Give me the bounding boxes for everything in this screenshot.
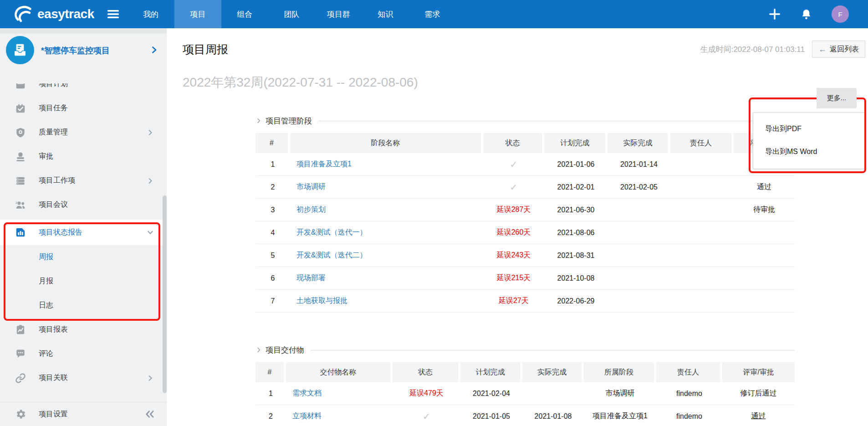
sidebar: *智慧停车监控项目 项目计划项目任务质量管理审批项目工作项项目会议项目状态报告周… — [0, 28, 167, 426]
cell-text: 2021-01-08 — [535, 412, 572, 421]
nav-tab[interactable]: 我的 — [128, 0, 174, 28]
status-icon — [15, 226, 26, 238]
item-link[interactable]: 立项材料 — [292, 411, 322, 421]
more-actions-button[interactable]: 更多... — [817, 88, 857, 108]
table-cell: 项目准备及立项1 — [290, 153, 483, 175]
table-cell: findemo — [656, 382, 722, 405]
table-cell: 通过 — [734, 176, 795, 198]
project-switcher[interactable]: *智慧停车监控项目 — [0, 34, 167, 72]
sidebar-item-journal[interactable]: 日志 — [0, 293, 167, 318]
item-link[interactable]: 开发&测试（迭代二） — [296, 251, 367, 260]
item-link[interactable]: 现场部署 — [296, 273, 326, 283]
collapse-sidebar-icon[interactable] — [145, 410, 155, 418]
sidebar-item-workitems[interactable]: 项目工作项 — [0, 169, 167, 193]
cell-text: 通过 — [757, 182, 771, 192]
sidebar-item-settings[interactable]: 项目设置 — [0, 402, 167, 426]
app-logo[interactable]: easytrack — [0, 0, 94, 28]
table-cell — [734, 267, 795, 289]
add-icon[interactable] — [768, 8, 781, 21]
notifications-bell-icon[interactable] — [800, 8, 812, 21]
table-cell — [734, 244, 795, 267]
column-header: 计划完成 — [460, 362, 522, 382]
table-cell: 4 — [255, 221, 290, 244]
table-cell: 3 — [255, 199, 290, 221]
table-header-row: #交付物名称状态计划完成实际完成所属阶段责任人评审/审批 — [255, 362, 795, 382]
cell-text: 修订后通过 — [740, 389, 777, 398]
completed-check-icon: ✓ — [510, 159, 518, 170]
user-avatar[interactable]: F — [832, 5, 849, 23]
sidebar-scrollbar-thumb[interactable] — [163, 195, 167, 393]
cell-text: 2021-08-06 — [557, 229, 595, 237]
sidebar-item-label: 项目任务 — [39, 103, 68, 113]
sidebar-item-meetings[interactable]: 项目会议 — [0, 193, 167, 217]
sidebar-item-comments[interactable]: 评论 — [0, 342, 167, 366]
cell-text: 2021-01-05 — [473, 412, 510, 421]
chevron-right-icon — [150, 46, 158, 56]
back-to-list-button[interactable]: ← 返回列表 — [812, 41, 865, 58]
meeting-icon — [15, 199, 26, 211]
nav-tab[interactable]: 需求 — [409, 0, 456, 28]
workitem-icon — [15, 175, 26, 187]
sidebar-item-reports[interactable]: 项目报表 — [0, 318, 167, 342]
nav-tab[interactable]: 项目 — [174, 0, 221, 28]
main-content: 项目周报 生成时间:2022-08-07 01:03:11 ← 返回列表 202… — [167, 28, 868, 426]
sidebar-item-quality[interactable]: 质量管理 — [0, 120, 167, 144]
table-cell — [608, 221, 670, 244]
table-cell: 2021-02-04 — [460, 382, 522, 405]
item-link[interactable]: 项目准备及立项1 — [296, 159, 352, 169]
cell-text: 2021-01-06 — [557, 160, 595, 169]
table-cell: 2021-01-14 — [608, 153, 670, 175]
table-cell: ✓ — [483, 153, 544, 175]
nav-tab[interactable]: 团队 — [268, 0, 315, 28]
item-link[interactable]: 土地获取与报批 — [296, 296, 347, 306]
table-cell: 2 — [255, 176, 290, 198]
item-link[interactable]: 需求文档 — [292, 389, 322, 398]
table-cell — [608, 199, 670, 221]
sidebar-item-monthly-report[interactable]: 月报 — [0, 269, 167, 293]
sidebar-item-label: 项目工作项 — [39, 176, 75, 185]
table-cell: 1 — [255, 153, 290, 175]
cell-text: 2021-02-04 — [473, 390, 510, 398]
delay-status: 延误260天 — [497, 228, 531, 237]
sidebar-item-weekly-report[interactable]: 周报 — [0, 245, 167, 269]
section-divider — [311, 350, 795, 350]
sidebar-item-approval[interactable]: 审批 — [0, 144, 167, 169]
table-cell: 2021-02-01 — [544, 176, 608, 198]
column-header: 责任人 — [670, 133, 734, 153]
column-header: 交付物名称 — [286, 362, 393, 382]
project-icon — [6, 36, 34, 64]
export-word-menu-item[interactable]: 导出到MS Word — [753, 140, 865, 163]
sidebar-item-plan[interactable]: 项目计划 — [0, 83, 167, 96]
table-row: 2市场调研✓2021-02-012021-02-05通过 — [255, 176, 795, 199]
primary-nav: 我的项目组合团队项目群知识需求 — [128, 0, 456, 28]
item-link[interactable]: 开发&测试（迭代一） — [296, 228, 367, 237]
menu-toggle-icon[interactable] — [107, 0, 119, 28]
cell-text: 2022-06-29 — [557, 297, 595, 305]
table-cell — [670, 199, 734, 221]
item-link[interactable]: 市场调研 — [296, 182, 326, 192]
gear-icon — [15, 408, 26, 420]
column-header: # — [255, 133, 290, 153]
sidebar-item-status-report[interactable]: 项目状态报告 — [0, 220, 167, 245]
sidebar-item-tasks[interactable]: 项目任务 — [0, 96, 167, 120]
easytrack-logo-icon — [13, 4, 34, 25]
delay-status: 延误479天 — [409, 389, 444, 398]
nav-tab[interactable]: 项目群 — [315, 0, 362, 28]
cell-text: 市场调研 — [606, 389, 635, 398]
nav-tab[interactable]: 组合 — [221, 0, 268, 28]
table-row: 5开发&测试（迭代二）延误243天2021-08-31 — [255, 244, 795, 267]
export-pdf-menu-item[interactable]: 导出到PDF — [753, 118, 865, 140]
table-cell — [608, 267, 670, 289]
item-link[interactable]: 初步策划 — [296, 205, 326, 215]
sidebar-item-label: 月报 — [39, 277, 53, 286]
top-navigation: easytrack 我的项目组合团队项目群知识需求 F — [0, 0, 868, 28]
table-cell: 6 — [255, 267, 290, 289]
table-row: 3初步策划延误287天2021-06-30待审批 — [255, 199, 795, 221]
cell-text[interactable]: 通过 — [751, 411, 766, 421]
cell-text: 5 — [271, 251, 275, 260]
sidebar-item-relations[interactable]: 项目关联 — [0, 366, 167, 390]
plan-icon — [15, 83, 26, 90]
nav-tab[interactable]: 知识 — [362, 0, 409, 28]
table-cell — [670, 221, 734, 244]
cell-text: 2021-06-30 — [557, 206, 595, 214]
